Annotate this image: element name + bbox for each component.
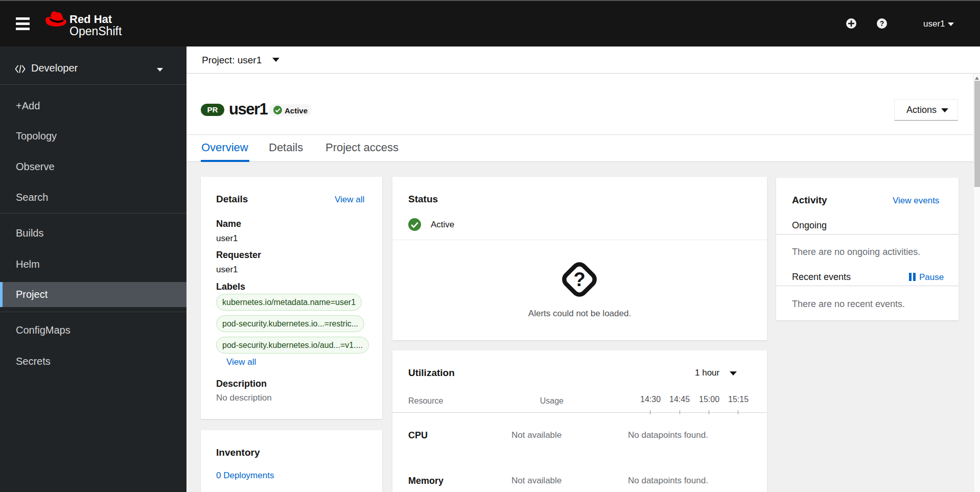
svg-text:?: ? (880, 19, 884, 28)
svg-text:?: ? (573, 269, 585, 290)
